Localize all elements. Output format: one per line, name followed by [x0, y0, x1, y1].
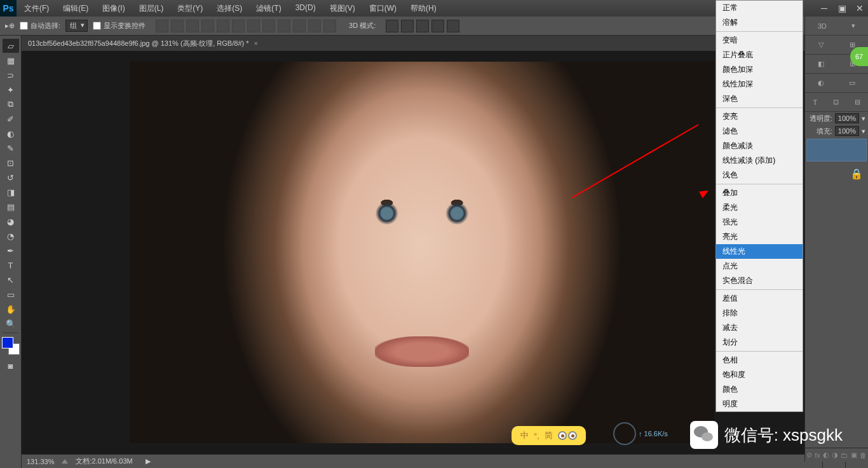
foreground-swatch[interactable] — [2, 337, 13, 348]
nav-icon[interactable]: ▽ — [818, 41, 824, 49]
menu-select[interactable]: 选择(S) — [214, 2, 245, 15]
pen-tool[interactable]: ✒ — [3, 244, 19, 258]
3d-tab[interactable]: 3D — [818, 22, 827, 30]
lock-icon[interactable]: 🔒 — [850, 168, 863, 180]
type-icon[interactable]: T — [813, 99, 817, 106]
stamp-tool[interactable]: ⊡ — [3, 156, 19, 170]
status-arrow-right[interactable]: ▶ — [146, 457, 151, 465]
minimize-button[interactable]: ─ — [816, 2, 832, 15]
new-layer-icon[interactable]: ▣ — [851, 451, 857, 459]
link-icon[interactable]: ⊘ — [806, 451, 812, 459]
3d-icon[interactable] — [431, 20, 444, 32]
menu-layer[interactable]: 图层(L) — [137, 2, 166, 15]
align-icon[interactable] — [171, 20, 184, 32]
zoom-level[interactable]: 131.33% — [27, 458, 54, 465]
distribute-icon[interactable] — [323, 20, 336, 32]
distribute-icon[interactable] — [308, 20, 321, 32]
folder-icon[interactable]: 🗀 — [841, 451, 848, 459]
adjust-layer-icon[interactable]: ◑ — [832, 451, 838, 459]
panel-tabs-1[interactable]: 3D▾ — [805, 17, 868, 36]
close-button[interactable]: ✕ — [851, 2, 868, 15]
blend-lightercolor[interactable]: 浅色 — [716, 168, 803, 182]
blend-multiply[interactable]: 正片叠底 — [716, 48, 803, 62]
blend-divide[interactable]: 划分 — [716, 335, 803, 350]
blend-hue[interactable]: 色相 — [716, 353, 803, 368]
maximize-button[interactable]: ▣ — [834, 2, 850, 15]
3d-icon[interactable] — [401, 20, 414, 32]
wand-tool[interactable]: ✦ — [3, 83, 19, 97]
para-icon[interactable]: ⊡ — [833, 98, 839, 106]
blend-hardmix[interactable]: 实色混合 — [716, 273, 803, 288]
type-tool[interactable]: T — [3, 258, 19, 272]
heal-tool[interactable]: ◐ — [3, 127, 19, 141]
3d-icon[interactable] — [416, 20, 429, 32]
auto-select-check[interactable]: 自动选择: — [20, 21, 60, 31]
move-tool[interactable]: ▱ — [3, 39, 19, 53]
swatch-icon[interactable]: ◧ — [818, 60, 824, 68]
dodge-tool[interactable]: ◔ — [3, 229, 19, 243]
zoom-tool[interactable]: 🔍 — [3, 317, 19, 331]
blend-saturation[interactable]: 饱和度 — [716, 368, 803, 382]
blend-hardlight[interactable]: 强光 — [716, 215, 803, 230]
crop-tool[interactable]: ⧉ — [3, 97, 19, 111]
align-icon[interactable] — [156, 20, 168, 32]
eyedropper-tool[interactable]: ✐ — [3, 112, 19, 126]
menu-3d[interactable]: 3D(D) — [293, 2, 318, 15]
path-tool[interactable]: ↖ — [3, 273, 19, 287]
blend-color[interactable]: 颜色 — [716, 382, 803, 397]
blend-colorburn[interactable]: 颜色加深 — [716, 62, 803, 77]
fx-icon[interactable]: fx — [815, 451, 820, 459]
opacity-arrow[interactable]: ▾ — [862, 114, 865, 123]
hand-tool[interactable]: ✋ — [3, 302, 19, 316]
status-arrow-icon[interactable] — [62, 459, 68, 464]
blend-lighten[interactable]: 变亮 — [716, 109, 803, 124]
layer-row[interactable] — [806, 139, 867, 162]
menu-type[interactable]: 类型(Y) — [175, 2, 205, 15]
panel-tabs-4[interactable]: ◐▭ — [805, 74, 868, 93]
glyph-icon[interactable]: ⊟ — [855, 98, 860, 106]
align-icon[interactable] — [201, 20, 214, 32]
color-swatches[interactable] — [2, 337, 20, 355]
marquee-tool[interactable]: ▦ — [3, 53, 19, 67]
3d-icon[interactable] — [447, 20, 459, 32]
brush-tool[interactable]: ✎ — [3, 141, 19, 155]
mask-icon[interactable]: ◐ — [823, 451, 829, 459]
align-icon[interactable] — [232, 20, 245, 32]
blend-darkercolor[interactable]: 深色 — [716, 92, 803, 106]
canvas[interactable] — [22, 51, 822, 454]
auto-select-target[interactable]: 组 — [65, 20, 88, 32]
blend-subtract[interactable]: 减去 — [716, 320, 803, 335]
blend-difference[interactable]: 差值 — [716, 291, 803, 306]
quickmask-tool[interactable]: ◙ — [3, 359, 19, 373]
blend-softlight[interactable]: 柔光 — [716, 200, 803, 215]
blend-overlay[interactable]: 叠加 — [716, 186, 803, 200]
menu-file[interactable]: 文件(F) — [22, 2, 51, 15]
green-badge[interactable]: 67 — [850, 47, 868, 66]
panel-tabs-5[interactable]: T⊡⊟ — [805, 93, 868, 112]
menu-edit[interactable]: 编辑(E) — [60, 2, 91, 15]
blend-lineardodge[interactable]: 线性减淡 (添加) — [716, 153, 803, 168]
menu-filter[interactable]: 滤镜(T) — [254, 2, 283, 15]
menu-help[interactable]: 帮助(H) — [408, 2, 439, 15]
distribute-icon[interactable] — [278, 20, 290, 32]
menu-view[interactable]: 视图(V) — [327, 2, 358, 15]
ime-indicator[interactable]: 中 °, 简 — [512, 426, 586, 445]
distribute-icon[interactable] — [262, 20, 275, 32]
blend-vividlight[interactable]: 亮光 — [716, 230, 803, 244]
fill-value[interactable]: 100% — [835, 126, 859, 136]
3d-icon[interactable] — [386, 20, 398, 32]
align-icon[interactable] — [217, 20, 229, 32]
blend-dissolve[interactable]: 溶解 — [716, 15, 803, 30]
lasso-tool[interactable]: ⊃ — [3, 68, 19, 82]
gradient-tool[interactable]: ▤ — [3, 200, 19, 214]
blend-screen[interactable]: 滤色 — [716, 124, 803, 139]
fill-arrow[interactable]: ▾ — [862, 127, 865, 135]
blend-linearlight[interactable]: 线性光 — [716, 244, 803, 259]
adjust-icon[interactable]: ◐ — [818, 79, 824, 87]
opacity-value[interactable]: 100% — [835, 113, 859, 123]
blend-normal[interactable]: 正常 — [716, 1, 803, 15]
document-tab[interactable]: 013cbf56ed43eb32f875a94488e9f6.jpg @ 131… — [22, 36, 822, 51]
menu-image[interactable]: 图像(I) — [100, 2, 127, 15]
blur-tool[interactable]: ◕ — [3, 214, 19, 228]
history-brush-tool[interactable]: ↺ — [3, 170, 19, 184]
